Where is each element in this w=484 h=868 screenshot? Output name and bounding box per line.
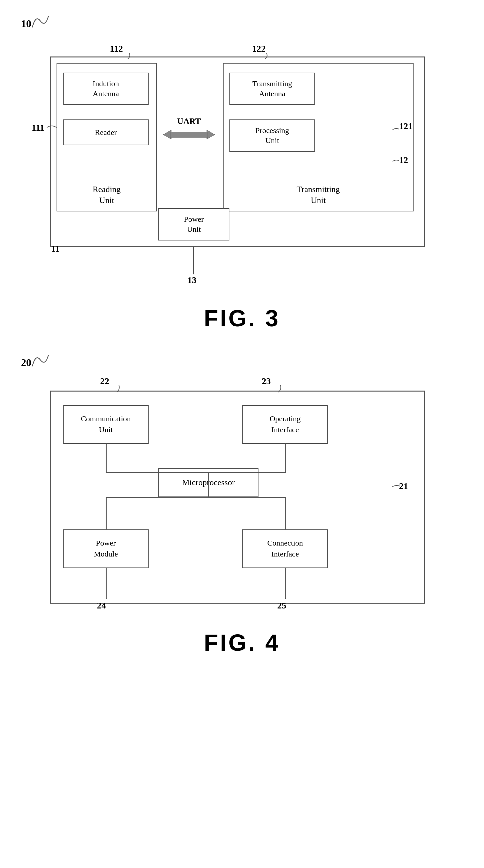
fig4-title: FIG. 4 — [0, 629, 484, 656]
page: 10 112 122 ReadingUnit IndutionAntenna R… — [0, 0, 484, 868]
line-12 — [391, 158, 401, 165]
line-comm-micro-v2 — [208, 472, 209, 483]
line-comm-micro-v — [106, 444, 107, 473]
label-111: 111 — [32, 123, 44, 133]
line-121 — [391, 126, 401, 132]
label-10: 10 — [21, 18, 31, 30]
line-micro-conn-v — [285, 497, 286, 529]
line-conn-down-fig4 — [285, 568, 286, 599]
operating-interface-box: OperatingInterface — [242, 405, 328, 444]
label-23: 23 — [262, 376, 271, 386]
label-25: 25 — [277, 600, 286, 611]
power-module-box: PowerModule — [63, 529, 149, 568]
uart-area: UART — [160, 115, 218, 144]
communication-unit-box: CommunicationUnit — [63, 405, 149, 444]
processing-unit-box: ProcessingUnit — [229, 119, 315, 152]
line-oper-micro-h — [208, 472, 286, 473]
label-24: 24 — [97, 600, 106, 611]
transmitting-unit-label: TransmittingUnit — [223, 184, 414, 206]
label-121: 121 — [399, 121, 412, 131]
line-power-down-fig4 — [106, 568, 107, 599]
label-11: 11 — [51, 244, 59, 254]
line-micro-power-v2 — [106, 497, 107, 529]
reader-box: Reader — [63, 119, 149, 145]
line-23 — [277, 385, 284, 393]
line-comm-micro-h — [106, 472, 209, 473]
line-21 — [391, 484, 401, 489]
line-112 — [126, 53, 133, 60]
label-20: 20 — [21, 357, 31, 369]
line-micro-center — [208, 483, 209, 498]
svg-marker-0 — [163, 130, 171, 139]
line-power-down — [193, 247, 194, 274]
connection-interface-box: ConnectionInterface — [242, 529, 328, 568]
transmitting-antenna-box: TransmittingAntenna — [229, 73, 315, 105]
fig3-title: FIG. 3 — [0, 305, 484, 332]
line-22 — [116, 385, 122, 393]
induction-antenna-box: IndutionAntenna — [63, 73, 149, 105]
label-122: 122 — [252, 43, 265, 54]
power-unit-box: PowerUnit — [158, 208, 229, 241]
label-112: 112 — [110, 43, 123, 54]
svg-rect-2 — [170, 132, 208, 137]
line-oper-micro-v — [285, 444, 286, 473]
line-111 — [45, 123, 58, 131]
squiggle-20 — [31, 352, 50, 370]
reading-unit-label: ReadingUnit — [65, 184, 149, 206]
uart-arrow — [163, 127, 215, 142]
label-13: 13 — [188, 275, 196, 285]
squiggle-10 — [31, 13, 50, 31]
line-122 — [263, 53, 270, 60]
uart-label: UART — [177, 117, 201, 126]
line-micro-power-h — [106, 497, 209, 498]
svg-marker-1 — [207, 130, 215, 139]
line-micro-conn-h — [208, 497, 286, 498]
label-22: 22 — [100, 376, 109, 386]
